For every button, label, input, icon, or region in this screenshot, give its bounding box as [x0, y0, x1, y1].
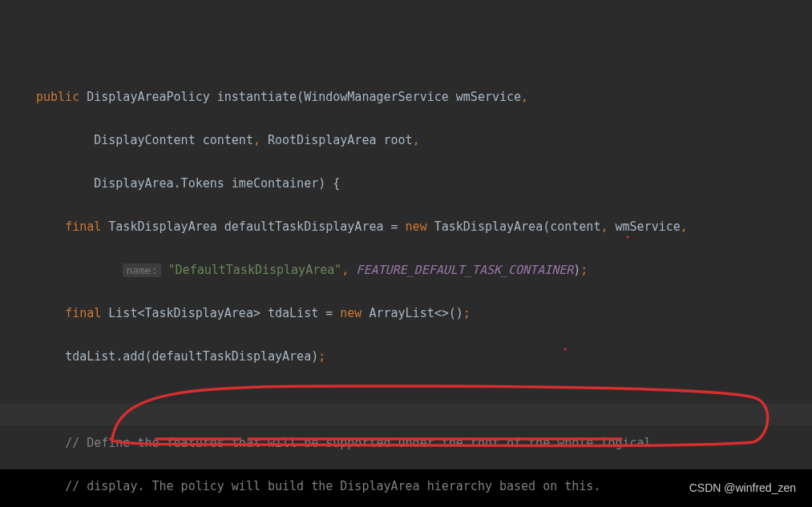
code-line: name: "DefaultTaskDisplayArea", FEATURE_… [36, 260, 812, 281]
code-line: tdaList.add(defaultTaskDisplayArea); [36, 346, 812, 368]
code-text: TaskDisplayArea defaultTaskDisplayArea = [101, 219, 405, 234]
keyword: final [65, 219, 101, 234]
code-text: tdaList.add(defaultTaskDisplayArea) [65, 349, 318, 364]
punct: ) [573, 263, 580, 277]
code-text: wmService [608, 219, 680, 234]
parameter-hint: name: [123, 264, 160, 277]
string-literal: "DefaultTaskDisplayArea" [161, 263, 342, 277]
keyword: final [65, 306, 101, 320]
code-line [36, 389, 812, 411]
code-line: // Define the features that will be supp… [36, 433, 812, 454]
comment: // display. The policy will build the Di… [65, 479, 600, 493]
code-editor[interactable]: public DisplayAreaPolicy instantiate(Win… [0, 0, 812, 507]
code-text: DisplayArea.Tokens imeContainer) { [36, 176, 340, 191]
code-text: List<TaskDisplayArea> tdaList = [101, 306, 340, 320]
code-line: final TaskDisplayArea defaultTaskDisplay… [36, 216, 812, 238]
code-content: public DisplayAreaPolicy instantiate(Win… [36, 65, 812, 507]
keyword: public [36, 90, 79, 104]
keyword: new [406, 219, 427, 234]
code-text: TaskDisplayArea(content [427, 219, 601, 234]
keyword: new [340, 306, 362, 320]
punct: , [413, 133, 420, 147]
punct: , [521, 90, 528, 104]
code-line: public DisplayAreaPolicy instantiate(Win… [36, 87, 812, 108]
punct: , [341, 263, 349, 277]
punct: ; [580, 263, 588, 277]
code-line: DisplayContent content, RootDisplayArea … [36, 130, 812, 151]
code-text: DisplayContent content [36, 133, 253, 147]
code-line: // display. The policy will build the Di… [36, 476, 812, 497]
code-text: RootDisplayArea root [261, 133, 413, 147]
code-line: DisplayArea.Tokens imeContainer) { [36, 173, 812, 195]
constant: FEATURE_DEFAULT_TASK_CONTAINER [349, 263, 573, 277]
punct: ; [463, 306, 471, 320]
comment: // Define the features that will be supp… [65, 436, 652, 450]
code-text: DisplayAreaPolicy instantiate(WindowMana… [79, 90, 521, 104]
punct: , [681, 219, 688, 234]
code-line: final List<TaskDisplayArea> tdaList = ne… [36, 303, 812, 324]
code-text: ArrayList<>() [362, 306, 463, 320]
punct: ; [318, 349, 325, 364]
punct: , [253, 133, 261, 147]
